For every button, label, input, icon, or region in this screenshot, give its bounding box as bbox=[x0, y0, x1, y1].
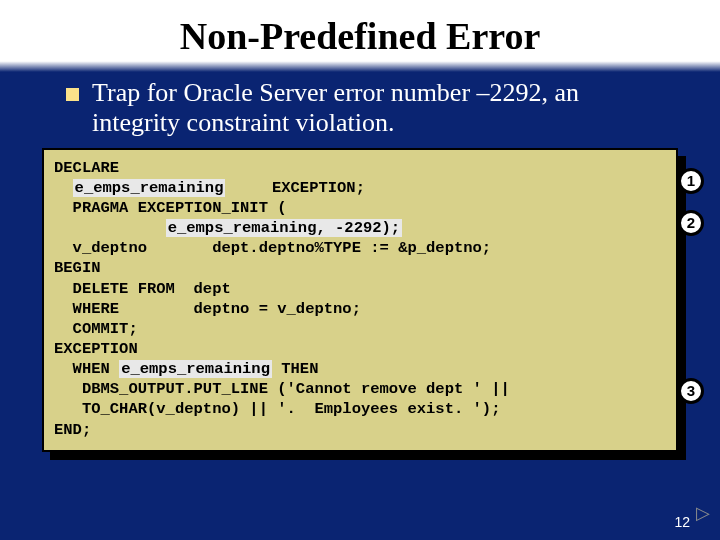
code-line: EXCEPTION bbox=[54, 340, 138, 358]
code-line: DBMS_OUTPUT.PUT_LINE ('Cannot remove dep… bbox=[54, 380, 510, 398]
next-arrow-icon: ▷ bbox=[696, 502, 710, 524]
callout-badge-1: 1 bbox=[678, 168, 704, 194]
code-line: COMMIT; bbox=[54, 320, 138, 338]
callout-badge-2: 2 bbox=[678, 210, 704, 236]
code-line: BEGIN bbox=[54, 259, 101, 277]
code-highlight: e_emps_remaining bbox=[119, 360, 272, 378]
code-highlight: e_emps_remaining bbox=[73, 179, 226, 197]
code-line: DECLARE bbox=[54, 159, 119, 177]
code-line: e_emps_remaining, -2292); bbox=[54, 219, 402, 237]
code-line: v_deptno dept.deptno%TYPE := &p_deptno; bbox=[54, 239, 491, 257]
page-number: 12 bbox=[674, 514, 690, 530]
code-line: DELETE FROM dept bbox=[54, 280, 231, 298]
code-line: e_emps_remaining EXCEPTION; bbox=[54, 179, 365, 197]
bullet-text: Trap for Oracle Server error number –229… bbox=[92, 78, 660, 138]
code-line: PRAGMA EXCEPTION_INIT ( bbox=[54, 199, 287, 217]
slide-title: Non-Predefined Error bbox=[0, 0, 720, 72]
code-line: END; bbox=[54, 421, 91, 439]
square-bullet-icon bbox=[66, 88, 79, 101]
code-block: DECLARE e_emps_remaining EXCEPTION; PRAG… bbox=[42, 148, 678, 452]
code-block-container: DECLARE e_emps_remaining EXCEPTION; PRAG… bbox=[42, 148, 678, 452]
code-line: TO_CHAR(v_deptno) || '. Employees exist.… bbox=[54, 400, 500, 418]
bullet-row: Trap for Oracle Server error number –229… bbox=[0, 72, 720, 148]
code-line: WHEN e_emps_remaining THEN bbox=[54, 360, 318, 378]
code-highlight: e_emps_remaining, -2292); bbox=[166, 219, 403, 237]
code-line: WHERE deptno = v_deptno; bbox=[54, 300, 361, 318]
callout-badge-3: 3 bbox=[678, 378, 704, 404]
